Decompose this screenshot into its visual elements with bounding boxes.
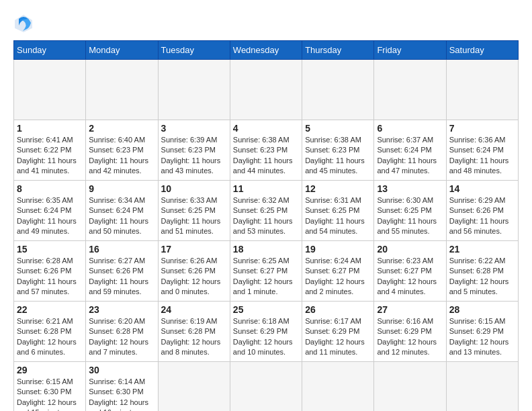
calendar-header-cell: Saturday bbox=[446, 41, 518, 60]
calendar-week-row: 22Sunrise: 6:21 AMSunset: 6:28 PMDayligh… bbox=[14, 302, 519, 362]
day-detail: Sunrise: 6:15 AMSunset: 6:30 PMDaylight:… bbox=[17, 377, 83, 411]
calendar-week-row: 8Sunrise: 6:35 AMSunset: 6:24 PMDaylight… bbox=[14, 181, 519, 241]
calendar-day-cell: 25Sunrise: 6:18 AMSunset: 6:29 PMDayligh… bbox=[230, 302, 302, 362]
calendar-day-cell bbox=[446, 362, 518, 412]
calendar-day-cell: 23Sunrise: 6:20 AMSunset: 6:28 PMDayligh… bbox=[86, 302, 158, 362]
calendar-day-cell bbox=[446, 60, 518, 120]
day-detail: Sunrise: 6:33 AMSunset: 6:25 PMDaylight:… bbox=[161, 195, 227, 237]
day-detail: Sunrise: 6:41 AMSunset: 6:22 PMDaylight:… bbox=[17, 135, 83, 177]
day-number: 15 bbox=[17, 244, 83, 255]
day-number: 21 bbox=[449, 244, 515, 255]
day-detail: Sunrise: 6:15 AMSunset: 6:29 PMDaylight:… bbox=[449, 316, 515, 358]
calendar-day-cell: 29Sunrise: 6:15 AMSunset: 6:30 PMDayligh… bbox=[14, 362, 86, 412]
calendar-day-cell: 3Sunrise: 6:39 AMSunset: 6:23 PMDaylight… bbox=[158, 120, 230, 181]
day-detail: Sunrise: 6:35 AMSunset: 6:24 PMDaylight:… bbox=[17, 195, 83, 237]
day-detail: Sunrise: 6:29 AMSunset: 6:26 PMDaylight:… bbox=[449, 195, 515, 237]
day-number: 9 bbox=[89, 183, 154, 194]
day-detail: Sunrise: 6:40 AMSunset: 6:23 PMDaylight:… bbox=[89, 135, 154, 177]
day-number: 5 bbox=[305, 123, 371, 134]
calendar-header-cell: Monday bbox=[86, 41, 158, 60]
logo bbox=[13, 13, 36, 34]
day-number: 28 bbox=[449, 304, 515, 315]
calendar-day-cell: 1Sunrise: 6:41 AMSunset: 6:22 PMDaylight… bbox=[14, 120, 86, 181]
day-number: 30 bbox=[89, 365, 154, 375]
day-detail: Sunrise: 6:36 AMSunset: 6:24 PMDaylight:… bbox=[449, 135, 515, 177]
day-detail: Sunrise: 6:18 AMSunset: 6:29 PMDaylight:… bbox=[233, 316, 299, 358]
calendar-day-cell: 21Sunrise: 6:22 AMSunset: 6:28 PMDayligh… bbox=[446, 241, 518, 302]
day-detail: Sunrise: 6:30 AMSunset: 6:25 PMDaylight:… bbox=[377, 195, 443, 237]
calendar-week-row: 15Sunrise: 6:28 AMSunset: 6:26 PMDayligh… bbox=[14, 241, 519, 302]
day-number: 12 bbox=[305, 183, 371, 194]
day-detail: Sunrise: 6:16 AMSunset: 6:29 PMDaylight:… bbox=[377, 316, 443, 358]
calendar-day-cell bbox=[86, 60, 158, 120]
calendar-day-cell: 2Sunrise: 6:40 AMSunset: 6:23 PMDaylight… bbox=[86, 120, 158, 181]
calendar-day-cell: 16Sunrise: 6:27 AMSunset: 6:26 PMDayligh… bbox=[86, 241, 158, 302]
day-detail: Sunrise: 6:27 AMSunset: 6:26 PMDaylight:… bbox=[89, 256, 154, 298]
calendar-day-cell bbox=[230, 362, 302, 412]
calendar-day-cell: 6Sunrise: 6:37 AMSunset: 6:24 PMDaylight… bbox=[374, 120, 446, 181]
day-number: 3 bbox=[161, 123, 227, 134]
calendar-day-cell: 13Sunrise: 6:30 AMSunset: 6:25 PMDayligh… bbox=[374, 181, 446, 241]
day-detail: Sunrise: 6:26 AMSunset: 6:26 PMDaylight:… bbox=[161, 256, 227, 298]
day-detail: Sunrise: 6:21 AMSunset: 6:28 PMDaylight:… bbox=[17, 316, 83, 358]
day-number: 16 bbox=[89, 244, 154, 255]
day-detail: Sunrise: 6:31 AMSunset: 6:25 PMDaylight:… bbox=[305, 195, 371, 237]
calendar-day-cell: 27Sunrise: 6:16 AMSunset: 6:29 PMDayligh… bbox=[374, 302, 446, 362]
day-detail: Sunrise: 6:19 AMSunset: 6:28 PMDaylight:… bbox=[161, 316, 227, 358]
calendar-day-cell: 30Sunrise: 6:14 AMSunset: 6:30 PMDayligh… bbox=[86, 362, 158, 412]
page-header bbox=[13, 13, 519, 34]
day-number: 7 bbox=[449, 123, 515, 134]
day-detail: Sunrise: 6:24 AMSunset: 6:27 PMDaylight:… bbox=[305, 256, 371, 298]
calendar-week-row bbox=[14, 60, 519, 120]
day-number: 24 bbox=[161, 304, 227, 315]
calendar-day-cell: 12Sunrise: 6:31 AMSunset: 6:25 PMDayligh… bbox=[302, 181, 374, 241]
calendar-table: SundayMondayTuesdayWednesdayThursdayFrid… bbox=[13, 40, 519, 411]
calendar-day-cell bbox=[230, 60, 302, 120]
day-number: 17 bbox=[161, 244, 227, 255]
day-number: 18 bbox=[233, 244, 299, 255]
day-number: 8 bbox=[17, 183, 83, 194]
day-number: 1 bbox=[17, 123, 83, 134]
calendar-day-cell bbox=[158, 362, 230, 412]
calendar-header-cell: Friday bbox=[374, 41, 446, 60]
day-detail: Sunrise: 6:17 AMSunset: 6:29 PMDaylight:… bbox=[305, 316, 371, 358]
calendar-day-cell: 20Sunrise: 6:23 AMSunset: 6:27 PMDayligh… bbox=[374, 241, 446, 302]
day-detail: Sunrise: 6:23 AMSunset: 6:27 PMDaylight:… bbox=[377, 256, 443, 298]
calendar-day-cell: 22Sunrise: 6:21 AMSunset: 6:28 PMDayligh… bbox=[14, 302, 86, 362]
day-number: 2 bbox=[89, 123, 154, 134]
day-number: 26 bbox=[305, 304, 371, 315]
calendar-day-cell: 24Sunrise: 6:19 AMSunset: 6:28 PMDayligh… bbox=[158, 302, 230, 362]
day-number: 10 bbox=[161, 183, 227, 194]
day-detail: Sunrise: 6:14 AMSunset: 6:30 PMDaylight:… bbox=[89, 377, 154, 411]
calendar-header-cell: Tuesday bbox=[158, 41, 230, 60]
day-number: 11 bbox=[233, 183, 299, 194]
day-detail: Sunrise: 6:37 AMSunset: 6:24 PMDaylight:… bbox=[377, 135, 443, 177]
calendar-day-cell: 5Sunrise: 6:38 AMSunset: 6:23 PMDaylight… bbox=[302, 120, 374, 181]
day-number: 13 bbox=[377, 183, 443, 194]
calendar-day-cell: 26Sunrise: 6:17 AMSunset: 6:29 PMDayligh… bbox=[302, 302, 374, 362]
day-number: 29 bbox=[17, 365, 83, 375]
calendar-day-cell: 7Sunrise: 6:36 AMSunset: 6:24 PMDaylight… bbox=[446, 120, 518, 181]
calendar-day-cell: 9Sunrise: 6:34 AMSunset: 6:24 PMDaylight… bbox=[86, 181, 158, 241]
calendar-header-cell: Thursday bbox=[302, 41, 374, 60]
day-number: 4 bbox=[233, 123, 299, 134]
calendar-day-cell bbox=[158, 60, 230, 120]
day-number: 6 bbox=[377, 123, 443, 134]
calendar-day-cell: 4Sunrise: 6:38 AMSunset: 6:23 PMDaylight… bbox=[230, 120, 302, 181]
day-number: 25 bbox=[233, 304, 299, 315]
day-detail: Sunrise: 6:32 AMSunset: 6:25 PMDaylight:… bbox=[233, 195, 299, 237]
day-number: 23 bbox=[89, 304, 154, 315]
day-detail: Sunrise: 6:20 AMSunset: 6:28 PMDaylight:… bbox=[89, 316, 154, 358]
day-number: 20 bbox=[377, 244, 443, 255]
day-detail: Sunrise: 6:22 AMSunset: 6:28 PMDaylight:… bbox=[449, 256, 515, 298]
calendar-header-row: SundayMondayTuesdayWednesdayThursdayFrid… bbox=[14, 41, 519, 60]
calendar-day-cell: 14Sunrise: 6:29 AMSunset: 6:26 PMDayligh… bbox=[446, 181, 518, 241]
calendar-day-cell: 28Sunrise: 6:15 AMSunset: 6:29 PMDayligh… bbox=[446, 302, 518, 362]
calendar-day-cell: 17Sunrise: 6:26 AMSunset: 6:26 PMDayligh… bbox=[158, 241, 230, 302]
calendar-day-cell bbox=[14, 60, 86, 120]
day-number: 27 bbox=[377, 304, 443, 315]
calendar-week-row: 1Sunrise: 6:41 AMSunset: 6:22 PMDaylight… bbox=[14, 120, 519, 181]
day-detail: Sunrise: 6:28 AMSunset: 6:26 PMDaylight:… bbox=[17, 256, 83, 298]
calendar-header-cell: Wednesday bbox=[230, 41, 302, 60]
day-detail: Sunrise: 6:25 AMSunset: 6:27 PMDaylight:… bbox=[233, 256, 299, 298]
